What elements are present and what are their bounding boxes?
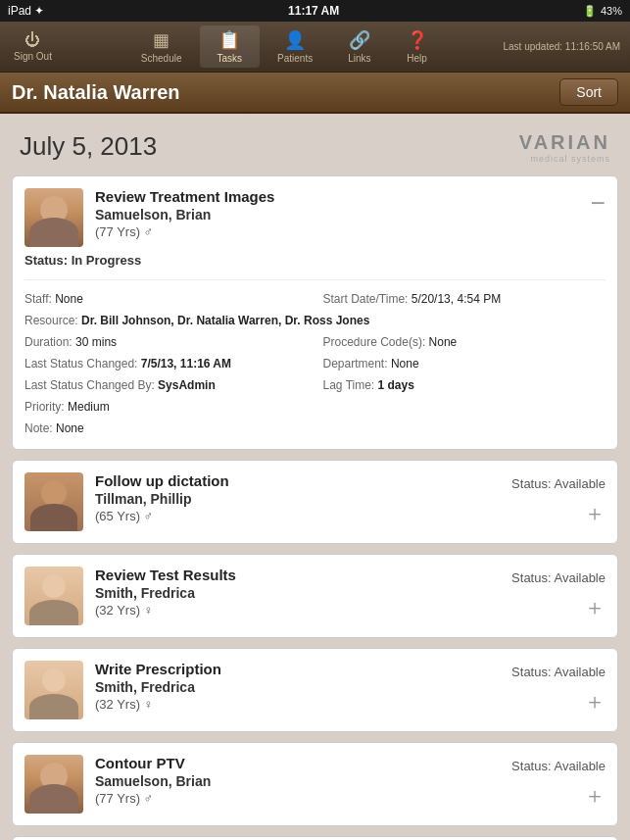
- patient-photo-3: [24, 567, 83, 625]
- task-card-1: Review Treatment Images Samuelson, Brian…: [12, 175, 618, 450]
- tasks-label: Tasks: [218, 53, 243, 64]
- detail-staff: Staff: None: [24, 290, 308, 308]
- task-top-4: Write Prescription Smith, Fredrica (32 Y…: [24, 661, 606, 719]
- task-title-3: Review Test Results: [95, 567, 500, 583]
- task-age-5: (77 Yrs) ♂: [95, 791, 500, 806]
- task-info-2: Follow up dictation Tillman, Phillip (65…: [95, 472, 500, 523]
- signout-icon: ⏻: [24, 31, 40, 49]
- patient-photo-1: [24, 188, 83, 247]
- status-left: iPad ✦: [8, 4, 44, 18]
- detail-last-status-by: Last Status Changed By: SysAdmin: [24, 376, 308, 394]
- battery-icon: 🔋: [583, 5, 597, 18]
- nav-item-signout[interactable]: ⏻ Sign Out: [0, 27, 66, 66]
- task-card-2: Follow up dictation Tillman, Phillip (65…: [12, 460, 618, 544]
- task-info-3: Review Test Results Smith, Fredrica (32 …: [95, 567, 500, 618]
- task-card-3: Review Test Results Smith, Fredrica (32 …: [12, 554, 618, 638]
- patient-photo-2: [24, 472, 83, 531]
- task-top-5: Contour PTV Samuelson, Brian (77 Yrs) ♂ …: [24, 755, 606, 814]
- detail-department: Department: None: [323, 355, 606, 372]
- task-top-3: Review Test Results Smith, Fredrica (32 …: [24, 567, 606, 625]
- task-expand-3[interactable]: ＋: [584, 593, 606, 622]
- task-info-5: Contour PTV Samuelson, Brian (77 Yrs) ♂: [95, 755, 500, 806]
- task-top-2: Follow up dictation Tillman, Phillip (65…: [24, 472, 606, 531]
- nav-item-links[interactable]: 🔗 Links: [330, 25, 388, 68]
- detail-last-status-changed: Last Status Changed: 7/5/13, 11:16 AM: [24, 355, 308, 372]
- date-header: July 5, 2013 VARIAN medical systems: [12, 114, 618, 175]
- task-status-1: Status: In Progress: [24, 253, 141, 268]
- detail-resource: Resource: Dr. Bill Johnson, Dr. Natalia …: [24, 312, 606, 329]
- task-card-5: Contour PTV Samuelson, Brian (77 Yrs) ♂ …: [12, 742, 618, 826]
- nav-item-tasks[interactable]: 📋 Tasks: [200, 25, 261, 68]
- task-expand-4[interactable]: ＋: [584, 687, 606, 716]
- task-title-1: Review Treatment Images: [95, 188, 579, 205]
- detail-lag-time: Lag Time: 1 days: [323, 376, 606, 394]
- status-bar: iPad ✦ 11:17 AM 🔋 43%: [0, 0, 630, 22]
- task-expand-5[interactable]: ＋: [584, 781, 606, 811]
- task-patient-2: Tillman, Phillip: [95, 491, 500, 507]
- tasks-icon: 📋: [218, 29, 240, 51]
- varian-logo: VARIAN: [519, 131, 610, 154]
- nav-item-schedule[interactable]: ▦ Schedule: [123, 25, 200, 68]
- task-expand-2[interactable]: ＋: [584, 499, 606, 528]
- doctor-bar: Dr. Natalia Warren Sort: [0, 73, 630, 114]
- task-age-4: (32 Yrs) ♀: [95, 697, 500, 712]
- patient-photo-4: [24, 661, 83, 719]
- task-collapse-1[interactable]: −: [591, 188, 606, 219]
- schedule-icon: ▦: [153, 29, 170, 51]
- task-card-4: Write Prescription Smith, Fredrica (32 Y…: [12, 648, 618, 732]
- date-display: July 5, 2013: [20, 131, 157, 162]
- task-status-4: Status: Available: [511, 665, 606, 679]
- patients-label: Patients: [277, 53, 313, 64]
- sort-button[interactable]: Sort: [559, 78, 618, 106]
- task-patient-1: Samuelson, Brian: [95, 207, 579, 222]
- task-info-1: Review Treatment Images Samuelson, Brian…: [95, 188, 579, 239]
- logo-sub: medical systems: [519, 154, 610, 164]
- patients-icon: 👤: [284, 29, 306, 51]
- schedule-label: Schedule: [141, 53, 182, 64]
- help-icon: ❓: [407, 29, 428, 51]
- task-age-2: (65 Yrs) ♂: [95, 509, 500, 523]
- task-title-2: Follow up dictation: [95, 472, 500, 489]
- nav-items: ▦ Schedule 📋 Tasks 👤 Patients 🔗 Links ❓ …: [66, 25, 504, 68]
- nav-item-help[interactable]: ❓ Help: [389, 25, 446, 68]
- task-status-3: Status: Available: [511, 570, 606, 585]
- detail-note: Note: None: [24, 420, 606, 437]
- status-right: 🔋 43%: [583, 5, 622, 18]
- task-title-5: Contour PTV: [95, 755, 500, 771]
- last-updated: Last updated: 11:16:50 AM: [503, 41, 630, 52]
- device-label: iPad ✦: [8, 4, 44, 18]
- task-details-1: Staff: None Start Date/Time: 5/20/13, 4:…: [24, 279, 606, 437]
- detail-priority: Priority: Medium: [24, 398, 308, 416]
- signout-label: Sign Out: [14, 51, 52, 62]
- task-age-1: (77 Yrs) ♂: [95, 224, 579, 239]
- task-status-2: Status: Available: [511, 476, 606, 491]
- task-info-4: Write Prescription Smith, Fredrica (32 Y…: [95, 661, 500, 712]
- task-patient-5: Samuelson, Brian: [95, 773, 500, 789]
- status-time: 11:17 AM: [288, 4, 339, 18]
- task-age-3: (32 Yrs) ♀: [95, 603, 500, 618]
- nav-item-patients[interactable]: 👤 Patients: [260, 25, 330, 68]
- detail-start-datetime: Start Date/Time: 5/20/13, 4:54 PM: [323, 290, 606, 308]
- links-icon: 🔗: [349, 29, 370, 51]
- detail-procedure-codes: Procedure Code(s): None: [323, 333, 606, 351]
- task-card-6: Review(Approve) Structures Samuelson, Br…: [12, 836, 618, 840]
- task-title-4: Write Prescription: [95, 661, 500, 677]
- patient-photo-5: [24, 755, 83, 814]
- battery-level: 43%: [601, 5, 622, 17]
- nav-bar: ⏻ Sign Out ▦ Schedule 📋 Tasks 👤 Patients…: [0, 22, 630, 73]
- logo-area: VARIAN medical systems: [519, 131, 610, 164]
- task-top-1: Review Treatment Images Samuelson, Brian…: [24, 188, 606, 247]
- help-label: Help: [407, 53, 427, 64]
- links-label: Links: [348, 53, 370, 64]
- detail-duration: Duration: 30 mins: [24, 333, 308, 351]
- task-patient-4: Smith, Fredrica: [95, 679, 500, 695]
- task-patient-3: Smith, Fredrica: [95, 585, 500, 601]
- doctor-name: Dr. Natalia Warren: [12, 81, 180, 104]
- main-content: July 5, 2013 VARIAN medical systems Revi…: [0, 114, 630, 840]
- task-status-5: Status: Available: [511, 759, 606, 773]
